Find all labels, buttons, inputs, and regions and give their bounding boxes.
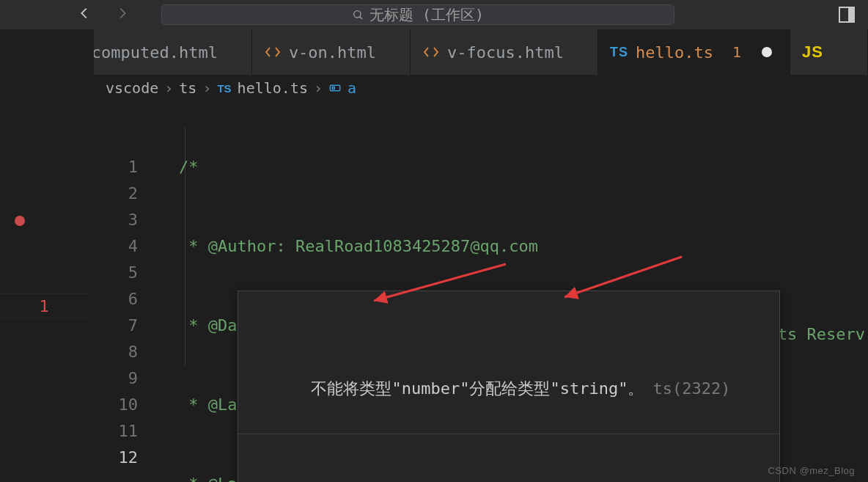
breadcrumb[interactable]: vscode › ts › TS hello.ts › a: [94, 75, 868, 101]
unsaved-dot-icon: [762, 47, 772, 57]
breakpoint-icon[interactable]: [15, 216, 25, 226]
chevron-right-icon: ›: [164, 79, 173, 97]
html-icon: [422, 43, 440, 61]
hover-message: 不能将类型"number"分配给类型"string"。ts(2322): [238, 341, 779, 434]
tab-hello-ts[interactable]: TS hello.ts 1: [598, 29, 790, 75]
title-bar: 无标题 (工作区): [0, 0, 868, 29]
js-icon: JS: [802, 43, 823, 62]
back-button[interactable]: [76, 5, 92, 24]
chevron-right-icon: ›: [202, 79, 211, 97]
breadcrumb-file[interactable]: hello.ts: [238, 79, 308, 97]
tab-label: v-on.html: [289, 43, 376, 62]
tab-v-on[interactable]: v-on.html: [252, 29, 411, 75]
hover-tooltip: 不能将类型"number"分配给类型"string"。ts(2322) var …: [238, 291, 780, 482]
layout-panel-icon[interactable]: [839, 7, 855, 23]
ts-icon: TS: [217, 82, 231, 95]
breadcrumb-symbol[interactable]: a: [347, 79, 356, 97]
tab-error-count: 1: [721, 43, 741, 61]
forward-button[interactable]: [114, 5, 130, 24]
search-icon: [352, 9, 364, 21]
editor-tabs: ··· ue_computed.html v-on.html v-focus.h…: [0, 29, 868, 75]
html-icon: [264, 43, 282, 61]
breadcrumb-folder[interactable]: ts: [179, 79, 196, 97]
chevron-right-icon: ›: [314, 79, 323, 97]
svg-rect-2: [332, 87, 334, 90]
ts-icon: TS: [610, 45, 628, 60]
nav-arrows: [0, 5, 148, 24]
variable-icon: [328, 81, 342, 95]
watermark: CSDN @mez_Blog: [768, 465, 855, 476]
tab-label: v-focus.html: [447, 43, 564, 62]
truncated-comment-text: hts Reserv: [768, 321, 865, 348]
sidebar-gutter: 1: [0, 29, 94, 482]
line-numbers: 123456789101112: [94, 101, 158, 482]
command-center[interactable]: 无标题 (工作区): [161, 4, 674, 25]
tab-v-focus[interactable]: v-focus.html: [411, 29, 598, 75]
tab-label: hello.ts: [636, 43, 713, 62]
diagnostic-code: ts(2322): [644, 379, 730, 398]
svg-point-0: [354, 11, 361, 18]
command-center-text: 无标题 (工作区): [369, 5, 484, 25]
breadcrumb-folder[interactable]: vscode: [106, 79, 158, 97]
code-editor[interactable]: 123456789101112 /* * @Author: RealRoad10…: [94, 101, 868, 482]
overview-ruler-error[interactable]: 1: [0, 293, 88, 318]
tab-js[interactable]: JS: [790, 29, 868, 75]
